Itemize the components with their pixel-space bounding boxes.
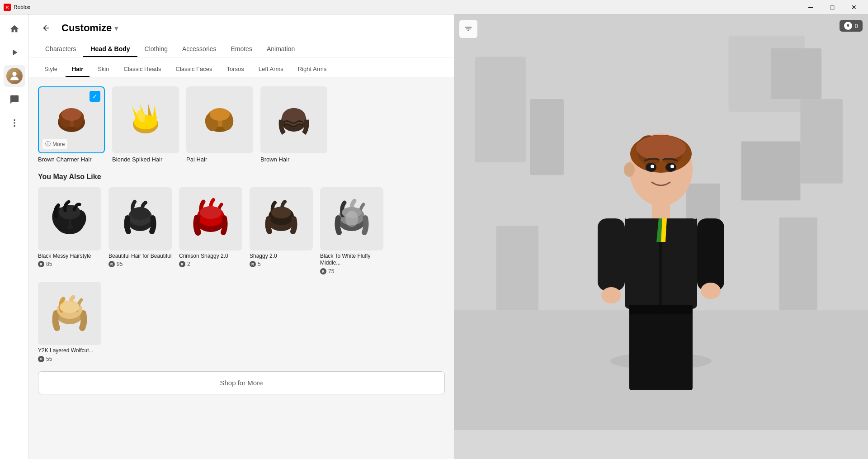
- item-brown-charmer[interactable]: ✓ ⓘ More Brown Charmer Hair: [38, 86, 105, 164]
- svg-point-66: [670, 165, 674, 168]
- suggestion-black-white-fluffy[interactable]: Black To White Fluffy Middle... R 75: [320, 187, 383, 274]
- suggestion-beautiful-hair-label: Beautiful Hair for Beautiful: [108, 253, 172, 260]
- close-button[interactable]: ✕: [844, 0, 864, 14]
- svg-point-77: [701, 283, 721, 299]
- tab-emotes[interactable]: Emotes: [223, 42, 259, 57]
- suggestion-y2k-wolfcut[interactable]: Y2K Layered Wolfcut... R 55: [38, 282, 101, 362]
- sidebar-item-home[interactable]: [4, 18, 25, 40]
- suggestion-shaggy[interactable]: Shaggy 2.0 R 5: [250, 187, 313, 274]
- suggestion-crimson-shaggy-price: R 2: [179, 261, 242, 267]
- sidebar-item-chat[interactable]: [4, 89, 25, 110]
- shop-for-more-button[interactable]: Shop for More: [38, 371, 445, 394]
- svg-rect-51: [530, 99, 564, 175]
- item-brown-hair[interactable]: Brown Hair: [260, 86, 327, 164]
- svg-point-28: [59, 205, 80, 219]
- svg-point-41: [345, 211, 358, 227]
- avatar-figure: [8, 70, 21, 82]
- subtab-classic-heads[interactable]: Classic Heads: [118, 62, 168, 77]
- robux-icon-5: R: [320, 268, 326, 274]
- suggestion-crimson-shaggy-label: Crimson Shaggy 2.0: [179, 253, 242, 260]
- selected-check: ✓: [90, 91, 100, 102]
- suggestion-beautiful-hair-thumb: [108, 187, 172, 251]
- title-bar: R Roblox ─ □ ✕: [0, 0, 868, 14]
- suggestion-black-messy[interactable]: Black Messy Hairstyle R 85: [38, 187, 101, 274]
- subtab-classic-faces[interactable]: Classic Faces: [170, 62, 219, 77]
- robux-icon-3: R: [179, 261, 185, 267]
- robux-icon-4: R: [250, 261, 256, 267]
- suggestion-y2k-wolfcut-thumb: [38, 282, 101, 345]
- subtab-hair[interactable]: Hair: [66, 62, 90, 77]
- main-panel: Customize ▾ Characters Head & Body Cloth…: [29, 14, 454, 459]
- item-pal-hair[interactable]: Pal Hair: [186, 86, 253, 164]
- item-pal-hair-thumb: [186, 86, 253, 153]
- suggestion-black-messy-price: R 85: [38, 261, 101, 267]
- item-brown-charmer-thumb: ✓ ⓘ More: [38, 86, 105, 153]
- avatar: [6, 68, 23, 84]
- shaggy-hair-image: [259, 196, 304, 241]
- window-controls: ─ □ ✕: [800, 0, 864, 14]
- svg-rect-47: [771, 48, 821, 99]
- sidebar-item-avatar[interactable]: [4, 65, 25, 87]
- maximize-button[interactable]: □: [822, 0, 843, 14]
- svg-rect-78: [629, 309, 693, 390]
- current-items-grid: ✓ ⓘ More Brown Charmer Hair: [38, 86, 445, 164]
- svg-rect-48: [800, 99, 842, 184]
- tab-clothing[interactable]: Clothing: [137, 42, 175, 57]
- subtab-style[interactable]: Style: [38, 62, 64, 77]
- tab-animation[interactable]: Animation: [259, 42, 302, 57]
- item-brown-charmer-label: Brown Charmer Hair: [38, 156, 105, 164]
- tab-accessories[interactable]: Accessories: [175, 42, 223, 57]
- suggestion-black-white-fluffy-label: Black To White Fluffy Middle...: [320, 253, 383, 267]
- brown-charmer-hair-image: [49, 97, 94, 142]
- suggestion-black-white-fluffy-price: R 75: [320, 268, 383, 274]
- tab-head-body[interactable]: Head & Body: [83, 42, 137, 57]
- content-area: ✓ ⓘ More Brown Charmer Hair: [29, 77, 454, 459]
- beautiful-hair-image: [118, 196, 163, 241]
- suggestion-shaggy-thumb: [250, 187, 313, 251]
- svg-rect-74: [598, 218, 625, 291]
- filter-button[interactable]: [459, 20, 477, 38]
- item-brown-hair-thumb: [260, 86, 327, 153]
- suggestion-crimson-shaggy-thumb: [179, 187, 242, 251]
- svg-rect-56: [779, 218, 817, 311]
- tab-characters[interactable]: Characters: [38, 42, 83, 57]
- page-title: Customize ▾: [61, 22, 118, 34]
- subtab-right-arms[interactable]: Right Arms: [292, 62, 333, 77]
- item-blonde-spiked[interactable]: Blonde Spiked Hair: [112, 86, 179, 164]
- robux-badge-icon: R: [844, 22, 852, 30]
- title-bar-left: R Roblox: [4, 4, 30, 11]
- sidebar: [0, 14, 29, 459]
- svg-point-14: [134, 115, 157, 129]
- suggestion-black-messy-thumb: [38, 187, 101, 251]
- crimson-shaggy-image: [188, 196, 233, 241]
- subtab-torsos[interactable]: Torsos: [221, 62, 250, 77]
- svg-point-44: [60, 301, 80, 313]
- back-button[interactable]: [38, 20, 54, 36]
- suggestion-beautiful-hair[interactable]: Beautiful Hair for Beautiful R 95: [108, 187, 172, 274]
- svg-point-20: [210, 108, 230, 121]
- play-icon: [9, 47, 19, 57]
- sidebar-item-more[interactable]: [4, 112, 25, 134]
- panel-header: Customize ▾ Characters Head & Body Cloth…: [29, 14, 454, 57]
- minimize-button[interactable]: ─: [800, 0, 821, 14]
- item-more-button[interactable]: ⓘ More: [42, 139, 67, 149]
- suggestion-crimson-shaggy[interactable]: Crimson Shaggy 2.0 R 2: [179, 187, 242, 274]
- subtab-skin[interactable]: Skin: [91, 62, 115, 77]
- suggestion-black-messy-label: Black Messy Hairstyle: [38, 253, 101, 260]
- svg-point-62: [624, 162, 635, 177]
- subtab-left-arms[interactable]: Left Arms: [252, 62, 290, 77]
- item-brown-hair-label: Brown Hair: [260, 156, 327, 164]
- character-model: [571, 115, 751, 396]
- pal-hair-image: [197, 97, 242, 142]
- suggestions-title: You May Also Like: [38, 173, 445, 181]
- app-name: Roblox: [14, 4, 30, 10]
- sub-tabs: Style Hair Skin Classic Heads Classic Fa…: [29, 57, 454, 77]
- svg-point-0: [12, 72, 16, 76]
- brown-hair-image: [271, 97, 316, 142]
- suggestion-beautiful-hair-price: R 95: [108, 261, 172, 267]
- sidebar-item-play[interactable]: [4, 42, 25, 63]
- more-icon: [9, 118, 19, 128]
- suggestion-shaggy-price: R 5: [250, 261, 313, 267]
- app-body: Customize ▾ Characters Head & Body Cloth…: [0, 14, 868, 459]
- y2k-wolfcut-image: [47, 291, 92, 336]
